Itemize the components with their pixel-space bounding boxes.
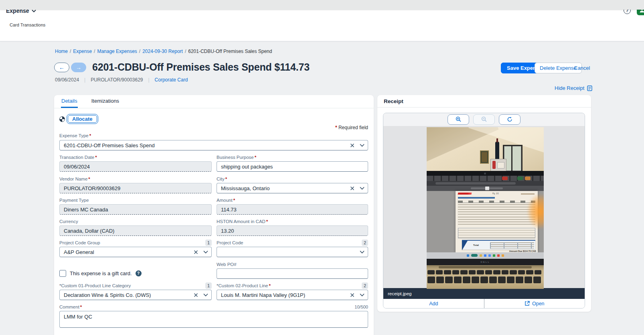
chevron-down-icon[interactable] [360,292,365,297]
tab-details[interactable]: Details [61,95,78,108]
allocate-row: Allocate [59,114,98,124]
meta-divider: | [148,77,149,83]
required-asterisk: * [95,155,97,160]
required-asterisk: * [266,219,268,224]
breadcrumb-home[interactable]: Home [55,49,68,54]
web-po-input[interactable] [221,271,364,277]
currency-label: Currency [59,219,78,224]
taskbar-icon [497,254,500,257]
open-receipt-button[interactable]: Open [484,299,585,308]
required-asterisk: * [88,177,90,181]
vendor-name-value: PUROLATOR/90003629 [64,185,120,191]
clear-icon[interactable] [193,292,198,297]
room-background [427,127,544,171]
add-receipt-label: Add [429,301,438,307]
business-purpose-field[interactable] [217,161,368,172]
gift-card-checkbox[interactable] [59,270,66,277]
receipt-filename-bar: receipt.jpeg [383,288,585,299]
nav-card-transactions[interactable]: Card Transactions [10,22,45,27]
receipt-filename: receipt.jpeg [388,291,411,296]
chevron-down-icon[interactable] [360,143,365,148]
pdf-page-box [485,187,489,190]
chevron-down-icon[interactable] [203,250,208,254]
next-expense-button[interactable]: → [71,63,86,72]
tab-itemizations[interactable]: Itemizations [91,95,119,108]
laptop-top-bezel [427,171,544,176]
required-field-note: * Required field [288,125,368,130]
corporate-card-link[interactable]: Corporate Card [155,77,188,83]
breadcrumb-manage-expenses[interactable]: Manage Expenses [97,49,137,54]
chevron-down-icon[interactable] [360,186,365,191]
zoom-in-button[interactable] [448,114,469,125]
amount-label: Amount* [217,198,235,203]
zoom-out-button [473,114,495,125]
expense-type-value: 6201-CDBU-Off Premises Sales Spend [64,142,155,148]
shelf [490,159,506,171]
project-code-label: Project Code [217,240,243,245]
comment-counter: 10/500 [328,305,368,309]
business-purpose-input[interactable] [221,164,364,170]
expense-meta: 09/06/2024 | PUROLATOR/90003629 | Corpor… [55,77,188,83]
cancel-link[interactable]: Cancel [574,65,590,71]
field-index-badge: 2 [362,282,368,289]
keyboard-number-row [427,276,541,283]
laptop-deck [427,265,544,289]
required-text: Required field [337,125,368,130]
rotate-icon [507,116,513,122]
web-po-field[interactable] [217,268,368,279]
receipt-viewer-toolbar [383,113,585,126]
browser-tab-green [517,177,523,180]
payment-type-field: Diners MC Canada [59,204,212,215]
meta-divider: | [84,77,85,83]
project-code-combo[interactable] [217,247,368,257]
custom01-combo[interactable]: Declaration Wine & Spirits Co. (DWS) [59,290,212,300]
custom01-value: Declaration Wine & Spirits Co. (DWS) [64,292,151,298]
browser-urlbar [427,181,544,186]
vendor-name-label: Vendor Name* [59,177,90,181]
clear-icon[interactable] [350,143,354,148]
field-index-badge: 1 [205,282,212,289]
laptop-logo: DELL [480,261,490,263]
chevron-down-icon[interactable] [203,292,208,297]
breadcrumb: Home/ Expense/ Manage Expenses/ 2024-09-… [55,49,272,54]
allocate-button-label: Allocate [68,115,97,123]
required-asterisk: * [89,133,91,138]
project-code-group-combo[interactable]: A&P General [59,247,212,257]
browser-tab-red [502,177,508,180]
business-purpose-label: Business Purpose* [217,155,256,160]
breadcrumb-separator: / [139,49,140,54]
clear-icon[interactable] [350,186,354,191]
windows-taskbar [427,252,544,259]
chevron-down-icon[interactable] [360,250,365,254]
taskbar-icon [480,254,482,257]
taskbar-icon [484,254,486,257]
clear-icon[interactable] [350,292,354,297]
rotate-button[interactable] [499,114,520,125]
gift-card-help-icon[interactable]: ? [136,270,142,276]
expense-type-combo[interactable]: 6201-CDBU-Off Premises Sales Spend [59,140,368,150]
receipt-title: Receipt [384,98,403,104]
breadcrumb-report[interactable]: 2024-09-30 Report [142,49,183,54]
laptop-bottom-bezel: DELL [427,259,544,265]
hide-receipt-link[interactable]: Hide Receipt [555,85,592,91]
city-combo[interactable]: Mississauga, Ontario [217,183,368,193]
invoice-total-label: Total [473,244,479,246]
custom02-label: *Custom 02-Product Line* [217,283,271,288]
details-tabbar: Details Itemizations [54,95,374,108]
city-label: City* [217,177,227,181]
add-receipt-button[interactable]: Add [383,299,484,308]
vendor-name-field: PUROLATOR/90003629 [59,183,212,193]
breadcrumb-expense[interactable]: Expense [73,49,92,54]
receipt-image-area[interactable]: Pg. 2/2 Total Amount Due $114.73 CAD [383,126,585,288]
allocate-button[interactable]: Allocate [67,114,98,124]
clear-icon[interactable] [193,250,198,254]
custom02-combo[interactable]: Louis M. Martini Napa Valley (9G1P) [217,290,368,300]
transaction-date-label: Transaction Date* [59,155,97,160]
gift-card-label: This expense is a gift card. [70,270,132,276]
page-indicator: Pg. 2/2 [492,192,499,195]
chevron-down-icon [32,10,36,12]
receipt-photo: Pg. 2/2 Total Amount Due $114.73 CAD [427,127,544,289]
previous-expense-button[interactable]: ← [54,63,69,72]
zoom-in-icon [456,116,462,122]
comment-textarea[interactable]: LMM for QC [59,311,368,328]
